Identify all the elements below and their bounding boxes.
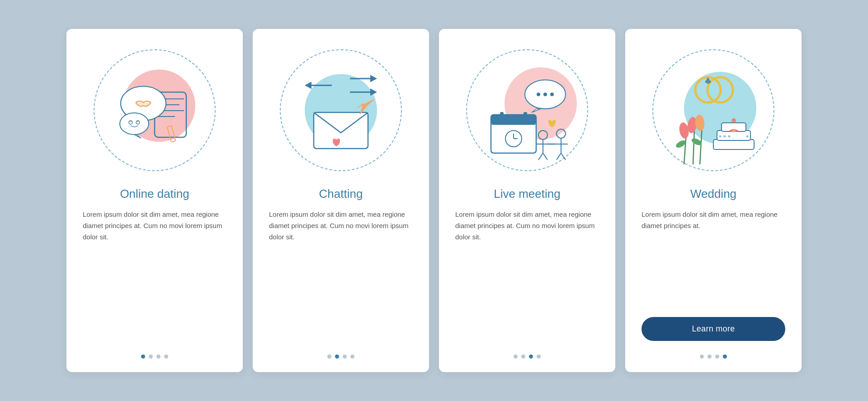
svg-point-31 [543,93,547,96]
svg-rect-23 [500,112,504,118]
svg-rect-21 [491,115,536,125]
svg-rect-47 [713,140,754,149]
dot-3 [529,354,533,359]
dot-1 [700,354,704,359]
svg-point-53 [724,135,726,138]
svg-point-33 [538,131,547,140]
illustration-online-dating [87,42,222,178]
card-title-chatting: Chatting [319,187,363,201]
card-live-meeting: Live meeting Lorem ipsum dolor sit dim a… [439,29,615,372]
online-dating-svg [100,56,209,164]
chatting-svg [287,56,395,164]
cards-container: Online dating Lorem ipsum dolor sit dim … [48,11,820,390]
svg-marker-29 [532,109,541,112]
svg-point-8 [120,113,149,135]
card-chatting: Chatting Lorem ipsum dolor sit dim amet,… [253,29,429,372]
dot-2 [708,354,712,359]
svg-point-61 [694,114,705,131]
svg-rect-5 [167,126,176,142]
svg-line-41 [557,153,561,160]
wedding-svg [659,56,768,164]
svg-line-58 [693,128,694,164]
svg-point-38 [557,129,566,138]
svg-line-42 [561,153,566,160]
svg-line-60 [700,126,702,164]
dot-2 [335,354,339,359]
dot-4 [537,354,541,359]
dots-row-live-meeting [514,354,541,359]
svg-point-52 [719,135,722,138]
svg-rect-24 [524,112,527,118]
dots-row-chatting [327,354,354,359]
svg-marker-16 [305,82,311,89]
dot-3 [156,354,160,359]
dot-1 [514,354,518,359]
svg-point-51 [732,129,735,132]
card-title-wedding: Wedding [690,187,736,201]
illustration-wedding [646,42,781,178]
dot-4 [164,354,168,359]
dot-1 [141,354,145,359]
svg-marker-9 [134,135,141,138]
dot-2 [149,354,153,359]
svg-line-37 [543,153,547,160]
dot-3 [715,354,719,359]
svg-point-32 [550,93,554,96]
svg-line-36 [538,153,543,160]
card-text-live-meeting: Lorem ipsum dolor sit dim amet, mea regi… [455,209,599,344]
card-text-online-dating: Lorem ipsum dolor sit dim amet, mea regi… [83,209,226,344]
dot-4 [350,354,354,359]
svg-point-54 [728,135,731,138]
card-title-live-meeting: Live meeting [494,187,560,201]
dot-2 [521,354,525,359]
illustration-chatting [273,42,409,178]
svg-point-55 [746,135,749,138]
dot-3 [343,354,347,359]
illustration-live-meeting [459,42,595,178]
svg-point-50 [731,118,736,123]
svg-marker-14 [370,89,377,96]
svg-point-30 [537,93,540,96]
card-title-online-dating: Online dating [120,187,189,201]
dots-row-online-dating [141,354,168,359]
svg-marker-18 [370,75,377,82]
card-online-dating: Online dating Lorem ipsum dolor sit dim … [66,29,243,372]
live-meeting-svg [473,56,581,164]
card-wedding: Wedding Lorem ipsum dolor sit dim amet, … [625,29,802,372]
learn-more-button[interactable]: Learn more [642,317,785,341]
dot-4 [723,354,727,359]
card-text-chatting: Lorem ipsum dolor sit dim amet, mea regi… [269,209,413,344]
dot-1 [327,354,331,359]
dots-row-wedding [700,354,727,359]
card-text-wedding: Lorem ipsum dolor sit dim amet, mea regi… [642,209,785,309]
